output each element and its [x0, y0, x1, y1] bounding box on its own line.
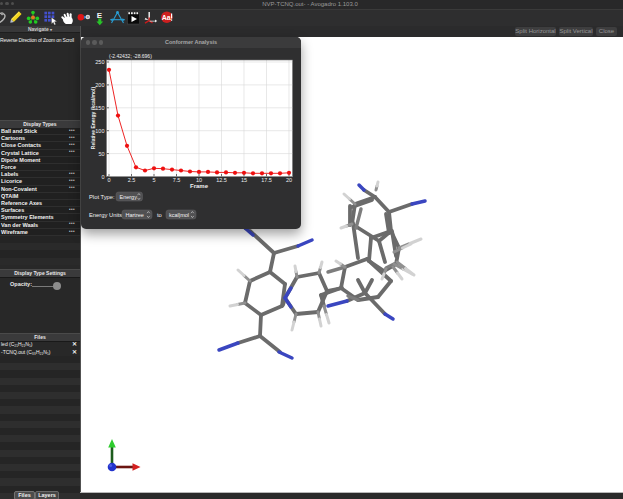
svg-text:Energy: Energy	[120, 194, 138, 200]
svg-text:15: 15	[241, 177, 247, 183]
svg-text:Plot Type:: Plot Type:	[89, 194, 115, 200]
svg-text:Energy Units:: Energy Units:	[89, 212, 124, 218]
svg-text:50: 50	[98, 151, 104, 157]
svg-text:5: 5	[152, 177, 155, 183]
svg-text:7.5: 7.5	[173, 177, 181, 183]
svg-text:Aa: Aa	[162, 14, 171, 21]
svg-text:200: 200	[95, 82, 104, 88]
svg-text:to: to	[157, 212, 162, 218]
svg-text:250: 250	[95, 59, 104, 65]
svg-text:17.5: 17.5	[261, 177, 272, 183]
svg-text:20: 20	[286, 177, 292, 183]
svg-text:0: 0	[101, 174, 104, 180]
svg-text:Frame: Frame	[190, 183, 209, 189]
svg-text:150: 150	[95, 105, 104, 111]
svg-text:kcal|mol: kcal|mol	[169, 212, 189, 218]
svg-text:Relative Energy (kcal/mol): Relative Energy (kcal/mol)	[90, 87, 96, 150]
svg-text:100: 100	[95, 128, 104, 134]
svg-text:0: 0	[107, 177, 110, 183]
svg-text:Hartree: Hartree	[126, 212, 144, 218]
svg-text:(-2.42432; -28.696): (-2.42432; -28.696)	[109, 53, 152, 59]
svg-text:2.5: 2.5	[128, 177, 136, 183]
svg-text:E: E	[97, 11, 103, 20]
svg-text:12.5: 12.5	[216, 177, 227, 183]
